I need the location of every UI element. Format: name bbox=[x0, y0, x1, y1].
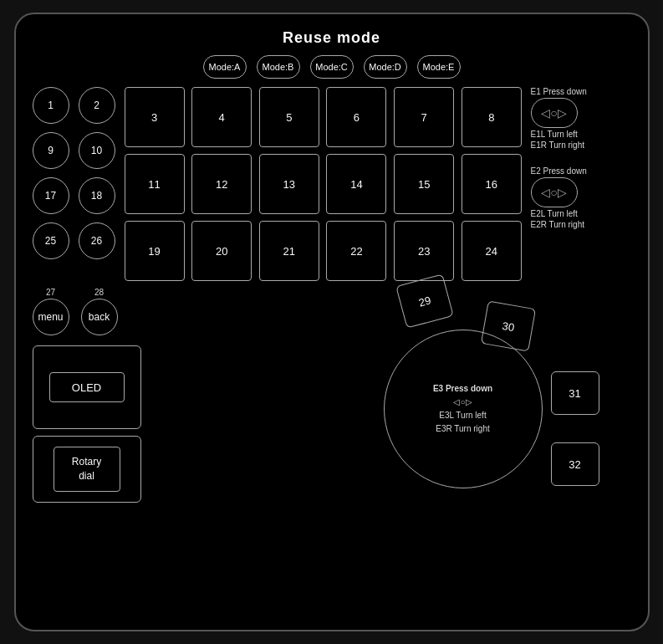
encoder1-group: E1 Press down ◁○▷ E1L Turn left E1R Turn… bbox=[531, 87, 587, 150]
square-btn-7[interactable]: 7 bbox=[394, 87, 454, 147]
encoder1-right-label: E1R Turn right bbox=[531, 141, 587, 150]
circle-btn-2[interactable]: 2 bbox=[79, 87, 115, 124]
mode-b-button[interactable]: Mode:B bbox=[257, 55, 300, 79]
bottom-right: 29 30 31 32 E3 Press down ◁○▷ E3L Turn l… bbox=[350, 279, 651, 547]
encoder3-circle[interactable]: E3 Press down ◁○▷ E3L Turn left E3R Turn… bbox=[384, 330, 543, 488]
square-btn-21[interactable]: 21 bbox=[259, 221, 319, 281]
rotary-btn-31[interactable]: 31 bbox=[551, 371, 599, 415]
square-btn-24[interactable]: 24 bbox=[462, 221, 522, 281]
left-circle-buttons: 1 2 9 10 17 18 25 26 bbox=[33, 87, 116, 281]
mode-c-button[interactable]: Mode:C bbox=[310, 55, 354, 79]
square-btn-22[interactable]: 22 bbox=[326, 221, 386, 281]
menu-back-row: 27 menu 28 back bbox=[33, 288, 141, 335]
bottom-area: 27 menu 28 back OLED Rotarydial 29 3 bbox=[16, 288, 648, 503]
circle-btn-1[interactable]: 1 bbox=[33, 87, 69, 124]
square-btn-4[interactable]: 4 bbox=[191, 87, 252, 147]
square-btn-3[interactable]: 3 bbox=[125, 87, 185, 147]
rotary-btn-32[interactable]: 32 bbox=[551, 442, 599, 486]
oled-container: OLED bbox=[33, 345, 141, 429]
encoder3-press-label: E3 Press down bbox=[433, 382, 492, 396]
square-btn-14[interactable]: 14 bbox=[326, 154, 386, 214]
encoder1-press-label: E1 Press down bbox=[531, 87, 587, 96]
mode-e-button[interactable]: Mode:E bbox=[417, 55, 461, 79]
encoder3-left-label: E3L Turn left bbox=[439, 409, 486, 422]
encoder2-group: E2 Press down ◁○▷ E2L Turn left E2R Turn… bbox=[531, 166, 587, 229]
square-btn-20[interactable]: 20 bbox=[191, 221, 252, 281]
square-btn-12[interactable]: 12 bbox=[191, 154, 252, 214]
encoder2-wheel[interactable]: ◁○▷ bbox=[531, 177, 578, 207]
device-panel: Reuse mode Mode:A Mode:B Mode:C Mode:D M… bbox=[14, 13, 650, 631]
square-btn-8[interactable]: 8 bbox=[462, 87, 522, 147]
encoder2-right-label: E2R Turn right bbox=[531, 220, 587, 229]
square-button-grid: 3 4 5 6 7 8 11 12 13 14 15 16 19 20 21 2… bbox=[125, 87, 523, 281]
mode-d-button[interactable]: Mode:D bbox=[364, 55, 407, 79]
encoder3-symbol: ◁○▷ bbox=[453, 396, 472, 409]
menu-button[interactable]: menu bbox=[33, 299, 69, 335]
encoder1-wheel[interactable]: ◁○▷ bbox=[531, 98, 578, 128]
square-btn-15[interactable]: 15 bbox=[394, 154, 454, 214]
right-encoders: E1 Press down ◁○▷ E1L Turn left E1R Turn… bbox=[531, 87, 631, 281]
back-number-label: 28 bbox=[94, 288, 104, 297]
bottom-left: 27 menu 28 back OLED Rotarydial bbox=[33, 288, 141, 503]
oled-display: OLED bbox=[49, 372, 125, 402]
circle-btn-18[interactable]: 18 bbox=[79, 177, 115, 214]
back-item: 28 back bbox=[81, 288, 118, 335]
square-btn-23[interactable]: 23 bbox=[394, 221, 454, 281]
page-title: Reuse mode bbox=[16, 14, 648, 47]
menu-number-label: 27 bbox=[46, 288, 55, 297]
back-button[interactable]: back bbox=[81, 299, 118, 335]
rotary-dial[interactable]: Rotarydial bbox=[54, 447, 120, 492]
encoder1-left-label: E1L Turn left bbox=[531, 130, 587, 139]
circle-btn-17[interactable]: 17 bbox=[33, 177, 69, 214]
square-btn-11[interactable]: 11 bbox=[125, 154, 185, 214]
menu-item: 27 menu bbox=[33, 288, 69, 335]
rotary-btn-29[interactable]: 29 bbox=[395, 273, 453, 328]
square-btn-13[interactable]: 13 bbox=[259, 154, 319, 214]
square-btn-6[interactable]: 6 bbox=[326, 87, 386, 147]
mode-row: Mode:A Mode:B Mode:C Mode:D Mode:E bbox=[16, 55, 648, 79]
circle-btn-9[interactable]: 9 bbox=[33, 132, 69, 169]
square-btn-16[interactable]: 16 bbox=[462, 154, 522, 214]
rotary-container: Rotarydial bbox=[33, 436, 141, 503]
square-btn-5[interactable]: 5 bbox=[259, 87, 319, 147]
encoder2-press-label: E2 Press down bbox=[531, 166, 587, 176]
circle-btn-26[interactable]: 26 bbox=[79, 222, 115, 259]
circle-btn-25[interactable]: 25 bbox=[33, 222, 69, 259]
square-btn-19[interactable]: 19 bbox=[125, 221, 185, 281]
mode-a-button[interactable]: Mode:A bbox=[203, 55, 247, 79]
main-area: 1 2 9 10 17 18 25 26 3 4 5 6 7 8 11 12 1… bbox=[16, 87, 648, 281]
encoder3-right-label: E3R Turn right bbox=[436, 422, 489, 436]
encoder2-left-label: E2L Turn left bbox=[531, 209, 587, 218]
circle-btn-10[interactable]: 10 bbox=[79, 132, 115, 169]
